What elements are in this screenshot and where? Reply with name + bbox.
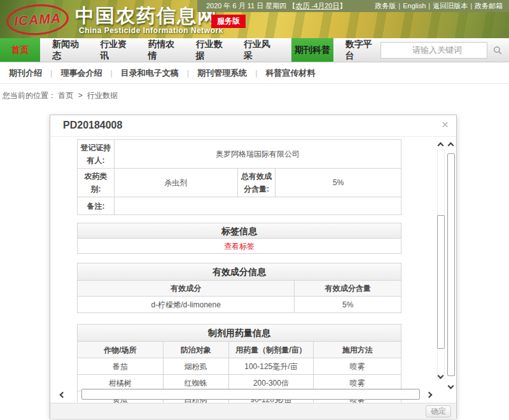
topbar: 2020 年 6 月 11 日 星期四 【农历 -4月20日】 政务版|Engl… [197,0,509,12]
separator: | [50,68,52,78]
sub-nav: 期刊介绍 | 理事会介绍 | 目录和电子文稿 | 期刊管理系统 | 科普宣传材料 [0,62,509,84]
topbar-date: 2020 年 6 月 11 日 星期四 【农历 -4月20日】 [206,1,346,11]
table-cell: 查看标签 [78,239,401,254]
table-row: 有效成分信息 [78,263,401,281]
topbar-link-mailbox[interactable]: 政务邮箱 [475,2,503,10]
nav-item-industry-info[interactable]: 行业资讯 [95,38,135,62]
scroll-left-icon[interactable] [58,390,67,399]
separator: | [187,68,189,78]
separator: | [255,68,257,78]
icama-logo[interactable]: ICAMA [5,3,69,38]
topbar-link-old-version[interactable]: 返回旧版本 [433,2,468,10]
search-box [380,42,487,59]
column-header-method: 施用方法 [314,342,401,358]
breadcrumb-prefix: 您当前的位置： [3,91,56,100]
topbar-link-english[interactable]: English [403,2,426,10]
main-nav: 首页 新闻动态 行业资讯 药情农情 行业数据 行业风采 期刊科普 数字平台 [0,38,509,62]
reg-category-value: 杀虫剂 [115,169,238,197]
column-header-content: 有效成分含量 [295,281,401,297]
separator: | [398,2,400,10]
nav-item-digital-platform[interactable]: 数字平台 [341,38,380,62]
modal-body: 登记证持有人: 奥罗阿格瑞国际有限公司 农药类别: 杀虫剂 总有效成分含量: 5… [50,137,456,403]
dosage-section-title: 制剂用药量信息 [78,325,401,342]
table-row: 农药类别: 杀虫剂 总有效成分含量: 5% [78,169,401,197]
reg-holder-label: 登记证持有人: [78,140,115,169]
reg-total-content-label: 总有效成分含量: [238,169,276,197]
site-subtitle: China Pesticide Information Network [79,26,223,35]
table-row: d-柠檬烯/d-limonene 5% [78,297,401,313]
column-header-target: 防治对象 [164,342,229,358]
table-row: 有效成分 有效成分含量 [78,281,401,297]
site-title: 中国农药信息网 [75,3,218,29]
subnav-item-journal-system[interactable]: 期刊管理系统 [197,67,247,79]
lunar-date: 农历 -4月20日 [295,2,339,10]
page: 2020 年 6 月 11 日 星期四 【农历 -4月20日】 政务版|Engl… [0,0,509,420]
nav-item-journal[interactable]: 期刊科普 [291,38,333,62]
label-info-title: 标签信息 [78,223,401,239]
subnav-item-journal-intro[interactable]: 期刊介绍 [9,67,42,79]
search-input[interactable] [381,43,493,57]
modal-content: 登记证持有人: 奥罗阿格瑞国际有限公司 农药类别: 杀虫剂 总有效成分含量: 5… [77,139,401,403]
scroll-right-icon[interactable] [424,390,433,399]
nav-item-home[interactable]: 首页 [0,38,40,62]
scrollbar-thumb[interactable] [81,389,420,400]
scroll-down-icon[interactable] [436,371,445,380]
date-text: 2020 年 6 月 11 日 星期四 【 [206,2,295,10]
scroll-down-icon[interactable] [446,381,455,390]
separator: | [470,2,472,10]
dose-cell: 100-125毫升/亩 [229,358,314,375]
ingredient-name-cell: d-柠檬烯/d-limonene [78,297,295,313]
date-suffix: 】 [339,2,346,10]
topbar-link-gov[interactable]: 政务版 [375,2,396,10]
target-cell: 烟粉虱 [164,358,229,375]
separator: | [110,68,112,78]
table-row: 制剂用药量信息 [78,325,401,342]
subnav-item-science-materials[interactable]: 科普宣传材料 [266,67,316,79]
nav-item-industry-style[interactable]: 行业风采 [239,38,279,62]
nav-item-industry-data[interactable]: 行业数据 [192,38,231,62]
close-icon[interactable]: × [442,118,449,130]
breadcrumb-separator: > [78,91,83,100]
reg-remark-value [115,197,401,215]
scrollbar-thumb[interactable] [437,215,445,349]
column-header-ingredient: 有效成分 [78,281,295,297]
column-header-dose: 用药量（制剂量/亩） [229,342,314,358]
subnav-item-catalog[interactable]: 目录和电子文稿 [121,67,179,79]
search-icon[interactable] [493,46,502,55]
registration-table: 登记证持有人: 奥罗阿格瑞国际有限公司 农药类别: 杀虫剂 总有效成分含量: 5… [77,139,401,215]
scroll-up-icon[interactable] [436,141,445,150]
modal-footer: 确定 [50,403,456,419]
table-row: 备注: [78,197,401,215]
column-header-crop: 作物/场所 [78,342,164,358]
table-row: 番茄 烟粉虱 100-125毫升/亩 喷雾 [78,358,401,375]
reg-category-label: 农药类别: [78,169,115,197]
crop-cell: 番茄 [78,358,164,375]
scroll-up-icon[interactable] [446,141,455,150]
breadcrumb-current: 行业数据 [87,91,118,100]
scrollbar-thumb[interactable] [447,153,455,376]
table-row: 作物/场所 防治对象 用药量（制剂量/亩） 施用方法 [78,342,401,358]
breadcrumb: 您当前的位置： 首页 > 行业数据 [3,90,118,101]
table-row: 登记证持有人: 奥罗阿格瑞国际有限公司 [78,140,401,169]
pesticide-detail-modal: PD20184008 × 登记证持有人: 奥罗阿格瑞国际有限公司 农药类别: 杀… [50,115,457,419]
ingredient-table: 有效成分信息 有效成分 有效成分含量 d-柠檬烯/d-limonene 5% [77,263,401,313]
method-cell: 喷雾 [314,358,401,375]
reg-remark-label: 备注: [78,197,115,215]
reg-total-content-value: 5% [275,169,401,197]
nav-item-pesticide-farm[interactable]: 药情农情 [143,38,183,62]
site-header: 2020 年 6 月 11 日 星期四 【农历 -4月20日】 政务版|Engl… [0,0,509,38]
subnav-item-council-intro[interactable]: 理事会介绍 [60,67,102,79]
table-row: 查看标签 [78,239,401,254]
table-row: 标签信息 [78,223,401,239]
topbar-links: 政务版|English|返回旧版本|政务邮箱 [375,1,503,11]
view-label-link[interactable]: 查看标签 [224,240,254,253]
modal-title: PD20184008 [63,120,122,131]
nav-item-news[interactable]: 新闻动态 [48,38,87,62]
confirm-button[interactable]: 确定 [426,405,451,417]
service-version-badge[interactable]: 服务版 [211,15,246,28]
ingredient-section-title: 有效成分信息 [78,263,401,281]
breadcrumb-home-link[interactable]: 首页 [58,91,73,100]
ingredient-content-cell: 5% [295,297,401,313]
separator: | [428,2,430,10]
modal-header: PD20184008 × [50,115,456,137]
